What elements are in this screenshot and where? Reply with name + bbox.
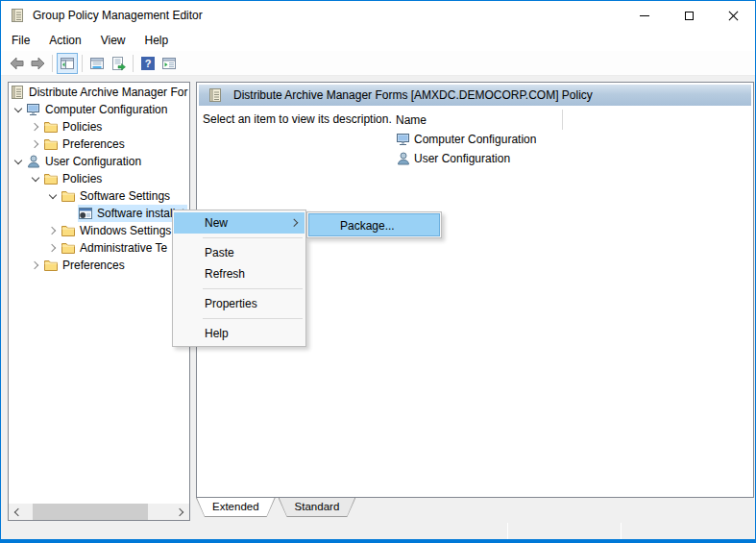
title-bar[interactable]: Group Policy Management Editor <box>1 1 755 30</box>
console-tree: Distribute Archive Manager For Computer … <box>9 83 189 274</box>
menu-separator <box>203 288 303 289</box>
context-menu-item-refresh[interactable]: Refresh <box>174 263 305 284</box>
toolbar-separator <box>52 55 53 72</box>
gpo-scroll-icon <box>10 85 25 100</box>
maximize-button[interactable] <box>667 1 711 30</box>
scroll-right-arrow-icon[interactable] <box>173 504 189 520</box>
chevron-right-icon[interactable] <box>28 118 43 136</box>
scrollbar-thumb[interactable] <box>33 504 148 520</box>
tree-item-user-configuration[interactable]: User Configuration <box>9 153 189 170</box>
scroll-left-arrow-icon[interactable] <box>9 504 25 520</box>
tab-extended[interactable]: Extended <box>196 498 276 517</box>
statusbar-divider <box>507 523 508 539</box>
chevron-down-icon[interactable] <box>11 153 26 170</box>
tab-label: Extended <box>197 498 275 516</box>
tree-item-label: Software Settings <box>80 187 170 205</box>
gpme-window: Group Policy Management Editor File Acti… <box>0 0 756 543</box>
back-button[interactable] <box>6 53 27 74</box>
tree-item-computer-configuration[interactable]: Computer Configuration <box>9 101 189 118</box>
tab-standard[interactable]: Standard <box>279 498 356 517</box>
folder-icon <box>43 258 59 273</box>
tree-item-software-installation[interactable]: Software installat <box>9 205 189 222</box>
context-menu-item-paste[interactable]: Paste <box>174 242 305 263</box>
tree-item-software-settings[interactable]: Software Settings <box>9 187 189 205</box>
export-list-button[interactable] <box>108 53 129 74</box>
horizontal-scrollbar[interactable] <box>9 504 189 520</box>
chevron-right-icon[interactable] <box>28 257 43 274</box>
gpo-scroll-icon <box>10 8 25 23</box>
tree-item-user-preferences[interactable]: Preferences <box>9 257 189 274</box>
close-button[interactable] <box>711 1 755 30</box>
toolbar-separator <box>133 55 134 72</box>
context-menu-item-label: Paste <box>205 246 234 259</box>
menu-file[interactable]: File <box>3 30 38 51</box>
help-button[interactable]: ? <box>137 53 159 74</box>
description-text: Select an item to view its description. <box>203 112 392 126</box>
menu-help[interactable]: Help <box>136 30 178 51</box>
chevron-down-icon[interactable] <box>11 101 26 118</box>
export-list-icon <box>110 56 126 71</box>
context-menu-item-new[interactable]: New <box>174 212 305 234</box>
properties-window-button[interactable] <box>86 53 108 74</box>
context-menu-item-help[interactable]: Help <box>174 323 305 344</box>
column-divider[interactable] <box>562 110 563 130</box>
console-tree-icon <box>60 56 75 71</box>
context-menu-item-label: New <box>205 216 228 230</box>
list-item-user-configuration[interactable]: User Configuration <box>396 149 751 168</box>
forward-button[interactable] <box>27 53 48 74</box>
tree-item-label: Computer Configuration <box>45 101 167 118</box>
context-menu-item-label: Properties <box>205 297 257 310</box>
chevron-right-icon[interactable] <box>45 239 61 257</box>
tree-item-gpo-root[interactable]: Distribute Archive Manager For <box>9 84 189 101</box>
menu-action[interactable]: Action <box>40 30 89 51</box>
scrollbar-track[interactable] <box>25 504 173 520</box>
chevron-down-icon[interactable] <box>45 187 61 205</box>
tree-item-label: Windows Settings <box>80 222 171 239</box>
user-icon <box>396 151 411 166</box>
view-tabstrip: Extended Standard <box>196 498 755 520</box>
svg-text:?: ? <box>145 58 152 69</box>
tree-item-windows-settings[interactable]: Windows Settings <box>9 222 189 239</box>
submenu-item-package[interactable]: Package... <box>308 213 440 236</box>
name-column-header[interactable]: Name <box>396 111 751 130</box>
computer-icon <box>396 132 411 147</box>
statusbar-divider <box>621 523 622 539</box>
close-icon <box>727 10 740 22</box>
chevron-right-icon[interactable] <box>28 136 43 153</box>
context-menu-item-properties[interactable]: Properties <box>174 293 305 314</box>
results-pane-header: Distribute Archive Manager Forms [AMXDC.… <box>199 85 751 106</box>
gpo-scroll-icon <box>207 87 223 103</box>
show-new-window-button[interactable] <box>159 53 180 74</box>
tab-label: Standard <box>280 498 355 516</box>
chevron-down-icon[interactable] <box>28 170 43 187</box>
context-menu: New Paste Refresh Properties Help <box>172 210 306 347</box>
chevron-right-icon[interactable] <box>45 222 61 239</box>
toolbar-separator <box>82 55 83 72</box>
list-item-computer-configuration[interactable]: Computer Configuration <box>396 130 751 149</box>
menu-view[interactable]: View <box>92 30 134 51</box>
folder-icon <box>43 136 59 152</box>
toolbar: ? <box>1 51 755 76</box>
forward-arrow-icon <box>30 56 46 71</box>
menu-separator <box>203 237 303 238</box>
help-icon: ? <box>140 56 156 71</box>
software-installation-icon <box>78 206 93 221</box>
folder-icon <box>61 240 76 256</box>
folder-icon <box>43 119 59 135</box>
user-icon <box>26 154 41 169</box>
window-title: Group Policy Management Editor <box>33 9 203 22</box>
tree-item-computer-preferences[interactable]: Preferences <box>9 136 189 153</box>
list-item-label: Computer Configuration <box>414 133 536 146</box>
tree-item-computer-policies[interactable]: Policies <box>9 118 189 136</box>
maximize-icon <box>685 12 694 20</box>
tree-item-administrative-templates[interactable]: Administrative Te <box>9 239 189 257</box>
tree-item-user-policies[interactable]: Policies <box>9 170 189 187</box>
tree-item-label: Preferences <box>62 257 125 274</box>
folder-icon <box>61 223 76 238</box>
menu-bar: File Action View Help <box>1 30 755 51</box>
back-arrow-icon <box>9 56 25 71</box>
properties-window-icon <box>89 56 105 71</box>
minimize-button[interactable] <box>622 1 667 30</box>
console-tree-pane: Distribute Archive Manager For Computer … <box>8 82 190 521</box>
show-console-tree-button[interactable] <box>57 53 78 74</box>
